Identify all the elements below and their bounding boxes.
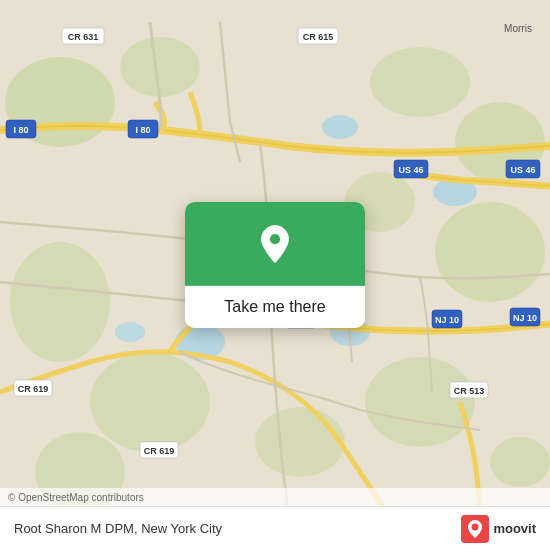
location-pin-icon [253,224,297,268]
svg-text:CR 619: CR 619 [18,384,49,394]
bottom-bar: Root Sharon M DPM, New York City moovit [0,506,550,550]
svg-text:CR 631: CR 631 [68,32,99,42]
svg-point-42 [270,234,280,244]
svg-text:NJ 10: NJ 10 [513,313,537,323]
svg-point-4 [435,202,545,302]
map-container: CR 631 CR 615 I 80 I 80 US 46 US 46 NJ 1… [0,0,550,550]
take-me-there-button[interactable]: Take me there [185,286,365,328]
cta-card-header [185,202,365,286]
copyright-text: © OpenStreetMap contributors [8,492,144,503]
svg-point-5 [10,242,110,362]
svg-point-12 [322,115,358,139]
svg-text:US 46: US 46 [398,165,423,175]
svg-point-8 [490,437,550,487]
svg-point-44 [472,523,479,530]
svg-text:I 80: I 80 [13,125,28,135]
svg-point-15 [115,322,145,342]
svg-point-1 [120,37,200,97]
moovit-logo: moovit [461,515,536,543]
copyright-bar: © OpenStreetMap contributors [0,488,550,506]
svg-text:NJ 10: NJ 10 [435,315,459,325]
moovit-brand-name: moovit [493,521,536,536]
svg-point-2 [370,47,470,117]
svg-point-6 [90,352,210,452]
svg-point-9 [255,407,345,477]
svg-point-7 [365,357,475,447]
location-label: Root Sharon M DPM, New York City [14,521,222,536]
svg-text:CR 513: CR 513 [454,386,485,396]
svg-text:CR 619: CR 619 [144,446,175,456]
svg-text:CR 615: CR 615 [303,32,334,42]
moovit-logo-icon [461,515,489,543]
svg-text:Morris: Morris [504,23,532,34]
svg-text:I 80: I 80 [135,125,150,135]
svg-text:US 46: US 46 [510,165,535,175]
cta-card: Take me there [185,202,365,328]
